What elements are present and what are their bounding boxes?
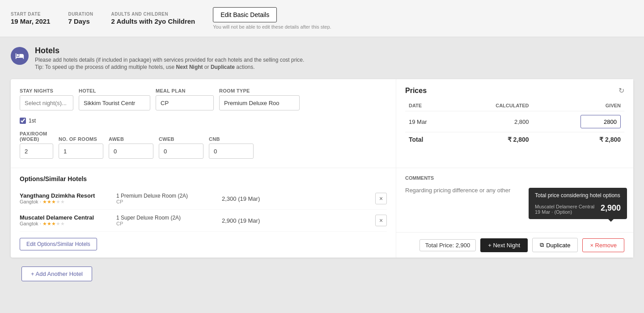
options-panel: Options/Similar Hotels Yangthang Dzimkha… <box>11 168 396 258</box>
prices-title: Prices <box>405 87 427 95</box>
actions-area: Total price considering hotel options Mu… <box>396 232 633 258</box>
option-remove-button[interactable]: × <box>375 193 387 204</box>
meal-plan-group: Meal Plan <box>156 88 214 110</box>
rooms-label: No. of rooms <box>59 136 103 142</box>
comments-label: Comments <box>405 175 624 181</box>
form-row-1: Stay Nights Hotel Meal Plan Room Type <box>20 88 387 110</box>
prices-col-date: Date <box>405 100 454 111</box>
tooltip: Total price considering hotel options Mu… <box>529 188 627 219</box>
hotel-label: Hotel <box>79 88 150 93</box>
add-hotel-section: + Add Another Hotel <box>11 258 633 290</box>
total-label: Total <box>405 132 454 147</box>
price-row: 19 Mar 2,800 <box>405 111 624 132</box>
cnb-input[interactable] <box>209 144 254 159</box>
options-list: Yangthang Dzimkha Resort Gangtok · ★★★★★… <box>20 188 387 232</box>
cweb-label: CWEB <box>159 136 203 142</box>
hotels-icon <box>11 47 29 65</box>
top-bar: START DATE 19 Mar, 2021 DURATION 7 Days … <box>0 0 644 37</box>
pax-row: Pax/room (WoEB) No. of rooms AWEB CWEB <box>20 131 387 159</box>
duplicate-button[interactable]: ⧉ Duplicate <box>532 238 578 252</box>
option-location: Gangtok · ★★★★★ <box>20 221 109 227</box>
refresh-icon[interactable]: ↻ <box>619 86 624 95</box>
prices-col-given: Given <box>533 100 624 111</box>
edit-options-button[interactable]: Edit Options/Similar Hotels <box>20 238 97 250</box>
tip-or: or <box>203 64 211 70</box>
duration-value: 7 Days <box>68 17 93 25</box>
hotel-main-section: Stay Nights Hotel Meal Plan Room Type <box>11 79 633 168</box>
option-remove-button[interactable]: × <box>375 215 387 226</box>
option-hotel-name: Yangthang Dzimkha Resort <box>20 192 109 199</box>
option-meal: CP <box>116 199 215 204</box>
hotel-card: Stay Nights Hotel Meal Plan Room Type <box>11 79 633 258</box>
edit-note: You will not be able to edit these detai… <box>213 24 331 30</box>
option-room: 1 Super Deluxe Room (2A) <box>116 215 215 221</box>
guests-value: 2 Adults with 2yo Children <box>111 17 195 25</box>
section-desc: Please add hotels details (if included i… <box>35 57 304 63</box>
meal-plan-input[interactable] <box>156 95 214 110</box>
rooms-input[interactable] <box>59 144 103 159</box>
tooltip-arrow <box>608 219 614 222</box>
stay-nights-input[interactable] <box>20 95 73 110</box>
option-room-info: 1 Premium Deluxe Room (2A) CP <box>116 193 215 204</box>
prices-col-calculated: Calculated <box>454 100 532 111</box>
option-row: Yangthang Dzimkha Resort Gangtok · ★★★★★… <box>20 188 387 210</box>
option-meal: CP <box>116 221 215 226</box>
room-type-label: Room Type <box>219 88 300 93</box>
option-price: 2,900 (19 Mar) <box>222 217 368 224</box>
rooms-group: No. of rooms <box>59 136 103 159</box>
aweb-input[interactable] <box>109 144 153 159</box>
section-info: Hotels Please add hotels details (if inc… <box>35 46 304 70</box>
stay-nights-label: Stay Nights <box>20 88 73 93</box>
duplicate-label: Duplicate <box>546 242 570 249</box>
aweb-group: AWEB <box>109 136 153 159</box>
options-title: Options/Similar Hotels <box>20 175 387 182</box>
right-bottom: Comments Total price considering hotel o… <box>396 168 633 258</box>
total-calculated: ₹ 2,800 <box>454 132 532 147</box>
main-content: Hotels Please add hotels details (if inc… <box>0 37 644 299</box>
hotel-input[interactable] <box>79 95 150 110</box>
cnb-group: CNB <box>209 136 254 159</box>
section-tip: Tip: To speed up the process of adding m… <box>35 64 304 70</box>
duration-label: DURATION <box>68 12 93 17</box>
total-price-badge: Total Price: 2,900 <box>419 239 476 251</box>
pax-input[interactable] <box>20 144 53 159</box>
bottom-section: Options/Similar Hotels Yangthang Dzimkha… <box>11 168 633 258</box>
tip-duplicate: Duplicate <box>211 64 235 70</box>
pax-label: Pax/room (WoEB) <box>20 131 53 142</box>
option-hotel-info: Muscatel Delamere Central Gangtok · ★★★★… <box>20 214 109 227</box>
prices-header: Prices ↻ <box>405 86 624 95</box>
add-another-hotel-button[interactable]: + Add Another Hotel <box>21 266 92 281</box>
option-hotel-name: Muscatel Delamere Central <box>20 214 109 221</box>
room-type-group: Room Type <box>219 88 300 110</box>
tooltip-hotel: Muscatel Delamere Central 19 Mar · (Opti… <box>535 204 594 215</box>
duration-meta: DURATION 7 Days <box>68 12 93 25</box>
meal-plan-label: Meal Plan <box>156 88 214 93</box>
price-date: 19 Mar <box>405 111 454 132</box>
cweb-input[interactable] <box>159 144 203 159</box>
cnb-label: CNB <box>209 136 254 142</box>
remove-button[interactable]: × Remove <box>582 238 624 252</box>
prices-table: Date Calculated Given 19 Mar 2,800 Total… <box>405 100 624 147</box>
tip-next-night: Next Night <box>176 64 203 70</box>
guests-meta: ADULTS AND CHILDREN 2 Adults with 2yo Ch… <box>111 12 195 25</box>
room-type-input[interactable] <box>219 95 300 110</box>
first-night-checkbox[interactable] <box>20 118 26 124</box>
hotel-form: Stay Nights Hotel Meal Plan Room Type <box>11 79 396 168</box>
option-row: Muscatel Delamere Central Gangtok · ★★★★… <box>20 210 387 232</box>
aweb-label: AWEB <box>109 136 153 142</box>
duplicate-icon: ⧉ <box>540 241 544 249</box>
option-price: 2,300 (19 Mar) <box>222 195 368 202</box>
option-location: Gangtok · ★★★★★ <box>20 199 109 205</box>
edit-basic-details-button[interactable]: Edit Basic Details <box>213 7 277 22</box>
pax-group: Pax/room (WoEB) <box>20 131 53 159</box>
section-title: Hotels <box>35 46 304 55</box>
cweb-group: CWEB <box>159 136 203 159</box>
tooltip-title: Total price considering hotel options <box>535 192 621 199</box>
option-room-info: 1 Super Deluxe Room (2A) CP <box>116 215 215 226</box>
given-input[interactable] <box>580 115 621 128</box>
prices-panel: Prices ↻ Date Calculated Given 19 Mar 2,… <box>396 79 633 168</box>
stay-nights-group: Stay Nights <box>20 88 73 110</box>
guests-label: ADULTS AND CHILDREN <box>111 12 195 17</box>
checkbox-label: 1st <box>29 118 36 124</box>
next-night-button[interactable]: + Next Night <box>480 238 528 252</box>
